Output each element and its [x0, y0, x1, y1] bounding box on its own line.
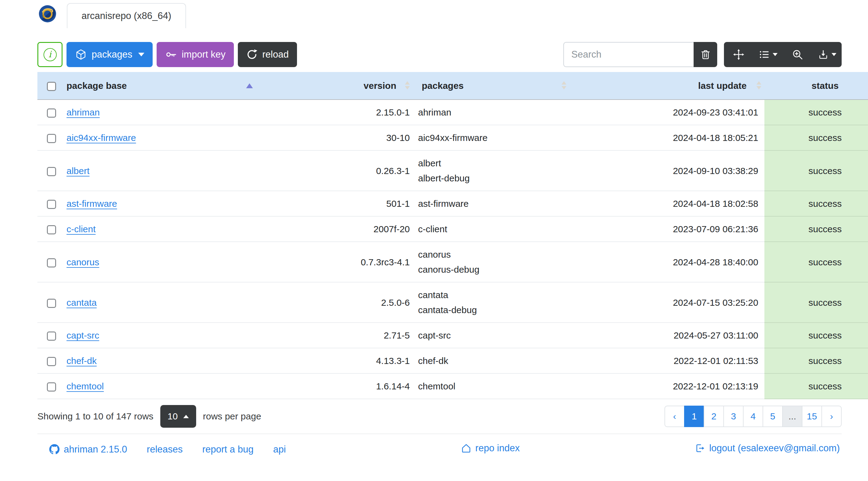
status-badge: success [765, 191, 868, 216]
arrows-move-icon [733, 49, 744, 60]
package-base-link[interactable]: capt-src [66, 330, 99, 341]
tab-repository[interactable]: arcanisrepo (x86_64) [67, 3, 186, 28]
packages-cell: canorus canorus-debug [414, 242, 575, 282]
packages-cell: chef-dk [414, 348, 575, 374]
table-row: c-client 2007f-20 c-client 2023-07-09 06… [37, 216, 868, 242]
column-label: packages [422, 81, 464, 91]
status-badge: success [765, 348, 868, 374]
footer: ahriman 2.15.0 releases report a bug api… [37, 434, 842, 456]
package-base-link[interactable]: aic94xx-firmware [66, 133, 136, 143]
row-checkbox[interactable] [47, 134, 56, 143]
pagination-next[interactable]: › [822, 406, 842, 427]
report-bug-link[interactable]: report a bug [202, 444, 253, 455]
pagination-page-3[interactable]: 3 [723, 406, 744, 427]
releases-link[interactable]: releases [147, 444, 183, 455]
reload-button[interactable]: reload [238, 42, 297, 67]
row-checkbox[interactable] [47, 167, 56, 176]
package-base-link[interactable]: c-client [66, 224, 96, 234]
row-checkbox[interactable] [47, 382, 56, 391]
last-update-cell: 2024-04-18 18:05:21 [575, 125, 765, 151]
table-row: albert 0.26.3-1 albert albert-debug 2024… [37, 151, 868, 191]
row-checkbox[interactable] [47, 331, 56, 341]
package-base-link[interactable]: ast-firmware [66, 198, 117, 209]
version-cell: 1.6.14-4 [255, 374, 414, 399]
package-name: aic94xx-firmware [418, 130, 575, 145]
column-header-last-update[interactable]: last update [575, 72, 765, 100]
list-columns-icon [759, 49, 770, 60]
page-size-dropdown[interactable]: 10 [160, 405, 196, 428]
zoom-in-icon [792, 49, 803, 60]
package-name: cantata-debug [418, 302, 575, 317]
version-cell: 2.71-5 [255, 323, 414, 348]
repo-index-link[interactable]: repo index [461, 443, 520, 454]
pagination-summary: Showing 1 to 10 of 147 rows [37, 411, 154, 422]
column-header-status[interactable]: status [765, 72, 868, 100]
columns-dropdown-button[interactable] [753, 42, 783, 67]
github-version-link[interactable]: ahriman 2.15.0 [49, 444, 127, 455]
column-label: package base [66, 81, 127, 91]
table-row: cantata 2.5.0-6 cantata cantata-debug 20… [37, 282, 868, 323]
row-checkbox[interactable] [47, 357, 56, 366]
column-header-packages[interactable]: packages [414, 72, 575, 100]
move-columns-button[interactable] [724, 42, 753, 67]
column-header-version[interactable]: version [255, 72, 414, 100]
fullscreen-zoom-button[interactable] [783, 42, 812, 67]
column-header-package-base[interactable]: package base [66, 72, 255, 100]
api-link[interactable]: api [273, 444, 286, 455]
pagination-page-1[interactable]: 1 [684, 406, 704, 427]
clear-search-button[interactable] [693, 42, 717, 67]
version-cell: 2.5.0-6 [255, 282, 414, 323]
packages-cell: ast-firmware [414, 191, 575, 216]
logout-icon [695, 443, 705, 453]
status-badge: success [765, 323, 868, 348]
pagination-prev[interactable]: ‹ [664, 406, 685, 427]
pagination-page-15[interactable]: 15 [802, 406, 822, 427]
version-cell: 501-1 [255, 191, 414, 216]
package-name: cantata [418, 287, 575, 302]
row-checkbox[interactable] [47, 258, 56, 267]
status-badge: success [765, 374, 868, 399]
pagination-page-2[interactable]: 2 [704, 406, 724, 427]
package-base-link[interactable]: ahriman [66, 107, 100, 117]
column-label: status [812, 81, 839, 91]
import-key-button[interactable]: import key [157, 42, 234, 67]
packages-dropdown-button[interactable]: packages [66, 42, 153, 67]
logout-link[interactable]: logout (esalexeev@gmail.com) [695, 443, 840, 454]
package-base-link[interactable]: canorus [66, 257, 99, 267]
table-pagination-bar: Showing 1 to 10 of 147 rows 10 rows per … [37, 399, 842, 434]
package-name: canorus [418, 247, 575, 262]
packages-cell: cantata cantata-debug [414, 282, 575, 323]
column-label: last update [698, 81, 747, 91]
sort-icon [405, 81, 410, 90]
info-button[interactable]: i [37, 42, 63, 67]
pagination-page-5[interactable]: 5 [763, 406, 783, 427]
packages-cell: chemtool [414, 374, 575, 399]
last-update-cell: 2024-04-18 18:02:58 [575, 191, 765, 216]
packages-cell: capt-src [414, 323, 575, 348]
last-update-cell: 2024-04-28 18:40:00 [575, 242, 765, 282]
package-name: chef-dk [418, 353, 575, 368]
sort-icon [756, 81, 761, 90]
row-checkbox[interactable] [47, 225, 56, 234]
logout-label: logout (esalexeev@gmail.com) [709, 443, 840, 454]
chevron-down-icon [138, 53, 144, 56]
column-label: version [364, 81, 396, 91]
row-checkbox[interactable] [47, 200, 56, 209]
row-checkbox[interactable] [47, 108, 56, 118]
chevron-down-icon [773, 53, 778, 56]
package-base-link[interactable]: albert [66, 166, 90, 176]
package-name: canorus-debug [418, 262, 575, 277]
pagination-page-4[interactable]: 4 [743, 406, 763, 427]
last-update-cell: 2023-07-09 06:21:36 [575, 216, 765, 242]
key-icon [165, 49, 177, 61]
last-update-cell: 2024-05-27 03:11:00 [575, 323, 765, 348]
package-base-link[interactable]: cantata [66, 297, 97, 308]
package-base-link[interactable]: chemtool [66, 381, 104, 391]
select-all-checkbox[interactable] [47, 82, 56, 91]
export-dropdown-button[interactable] [812, 42, 842, 67]
table-row: ast-firmware 501-1 ast-firmware 2024-04-… [37, 191, 868, 216]
row-checkbox[interactable] [47, 299, 56, 308]
package-base-link[interactable]: chef-dk [66, 356, 97, 366]
search-input[interactable] [563, 42, 693, 67]
table-row: chemtool 1.6.14-4 chemtool 2022-12-01 02… [37, 374, 868, 399]
